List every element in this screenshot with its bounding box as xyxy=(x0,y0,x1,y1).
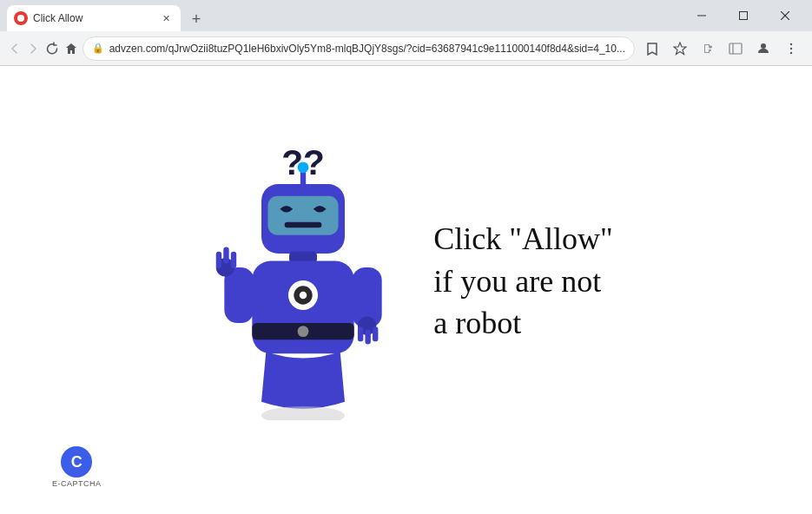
tab-favicon xyxy=(14,11,28,25)
svg-point-20 xyxy=(298,326,309,337)
svg-rect-27 xyxy=(224,247,229,264)
home-button[interactable] xyxy=(63,35,79,63)
svg-rect-5 xyxy=(729,43,742,54)
captcha-label: E-CAPTCHA xyxy=(52,479,102,488)
maximize-button[interactable] xyxy=(723,0,763,31)
message-line3: a robot xyxy=(433,302,612,345)
captcha-logo: C xyxy=(61,446,92,478)
profile-button[interactable] xyxy=(749,35,777,63)
star-button[interactable] xyxy=(666,35,694,63)
extension-button[interactable] xyxy=(694,35,722,63)
lock-icon: 🔒 xyxy=(92,43,104,54)
browser-frame: Click Allow ✕ + xyxy=(0,0,812,514)
svg-point-16 xyxy=(298,161,309,173)
captcha-logo-letter: C xyxy=(71,453,83,471)
tab-label: Click Allow xyxy=(33,12,153,24)
message-line1: Click "Allow" xyxy=(433,218,612,260)
window-controls xyxy=(682,0,805,31)
svg-rect-14 xyxy=(285,222,322,227)
message-line2: if you are not xyxy=(433,260,612,303)
svg-point-8 xyxy=(790,43,792,44)
svg-point-9 xyxy=(790,47,792,49)
nav-bar: 🔒 advzen.com/qJrwOzii8tuzPQ1leH6bxivOly5… xyxy=(0,31,812,66)
svg-rect-33 xyxy=(373,326,378,341)
robot-illustration: ?? xyxy=(199,129,407,433)
close-button[interactable] xyxy=(765,0,805,31)
address-text: advzen.com/qJrwOzii8tuzPQ1leH6bxivOly5Ym… xyxy=(109,43,625,55)
svg-rect-32 xyxy=(366,329,371,344)
message-text: Click "Allow" if you are not a robot xyxy=(433,218,612,345)
bookmark-button[interactable] xyxy=(638,35,666,63)
minimize-button[interactable] xyxy=(682,0,722,31)
address-bar[interactable]: 🔒 advzen.com/qJrwOzii8tuzPQ1leH6bxivOly5… xyxy=(83,36,635,61)
captcha-brand: C E-CAPTCHA xyxy=(52,446,102,488)
svg-marker-4 xyxy=(674,43,686,55)
svg-rect-26 xyxy=(216,252,221,268)
page-content: ?? xyxy=(0,66,812,514)
reload-button[interactable] xyxy=(44,35,60,63)
svg-point-34 xyxy=(261,406,345,420)
sidebar-button[interactable] xyxy=(722,35,749,63)
content-wrapper: ?? xyxy=(199,129,612,433)
svg-rect-28 xyxy=(231,252,236,268)
svg-rect-1 xyxy=(740,12,748,20)
svg-point-10 xyxy=(790,51,792,53)
svg-rect-13 xyxy=(268,196,339,235)
svg-rect-31 xyxy=(358,326,363,341)
svg-point-7 xyxy=(761,43,766,49)
title-bar: Click Allow ✕ + xyxy=(0,0,812,31)
robot-svg: ?? xyxy=(208,142,399,420)
active-tab[interactable]: Click Allow ✕ xyxy=(7,5,181,31)
new-tab-button[interactable]: + xyxy=(184,7,208,31)
back-button[interactable] xyxy=(7,35,23,63)
svg-point-23 xyxy=(300,292,307,300)
tab-close-button[interactable]: ✕ xyxy=(158,10,174,26)
tab-bar: Click Allow ✕ + xyxy=(7,0,678,31)
forward-button[interactable] xyxy=(26,35,42,63)
menu-button[interactable] xyxy=(777,35,805,63)
nav-actions xyxy=(638,35,805,63)
svg-rect-0 xyxy=(697,16,706,16)
